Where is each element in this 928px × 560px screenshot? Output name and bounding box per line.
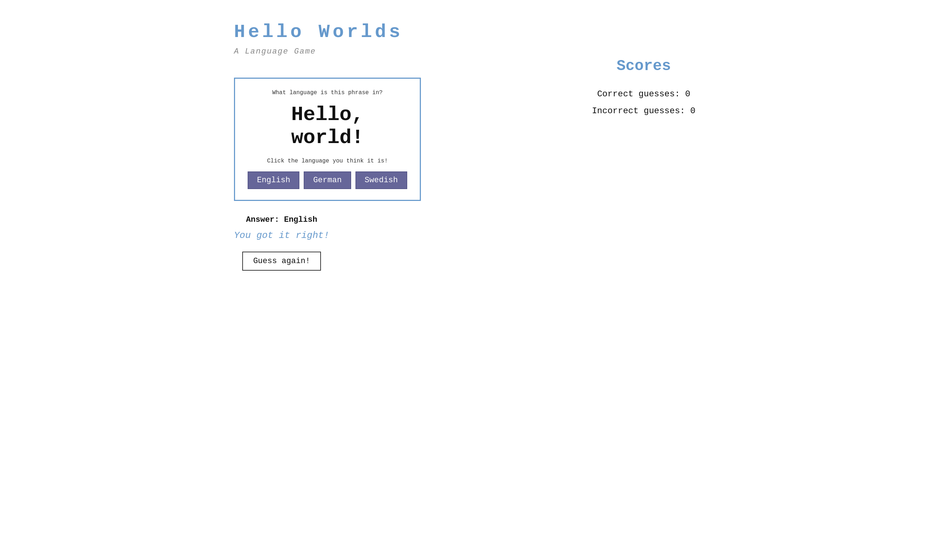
app-title: Hello Worlds (234, 21, 403, 43)
right-column: Scores Correct guesses: 0 Incorrect gues… (572, 14, 716, 278)
left-column: Hello Worlds A Language Game What langua… (212, 14, 572, 278)
answer-text: Answer: English (234, 215, 329, 224)
guess-again-button[interactable]: Guess again! (242, 252, 321, 271)
phrase-display: Hello, world! (249, 103, 405, 149)
swedish-button[interactable]: Swedish (356, 171, 407, 189)
game-card: What language is this phrase in? Hello, … (234, 78, 421, 201)
result-text: You got it right! (234, 230, 329, 241)
correct-guesses: Correct guesses: 0 (597, 89, 690, 99)
incorrect-guesses: Incorrect guesses: 0 (592, 106, 696, 116)
app-subtitle: A Language Game (234, 47, 316, 56)
page-layout: Hello Worlds A Language Game What langua… (212, 14, 716, 278)
scores-title: Scores (617, 58, 671, 75)
question-label: What language is this phrase in? (249, 90, 405, 96)
english-button[interactable]: English (248, 171, 299, 189)
german-button[interactable]: German (304, 171, 351, 189)
click-label: Click the language you think it is! (249, 158, 405, 164)
answer-section: Answer: English You got it right! Guess … (234, 215, 329, 271)
language-buttons: English German Swedish (249, 171, 405, 189)
